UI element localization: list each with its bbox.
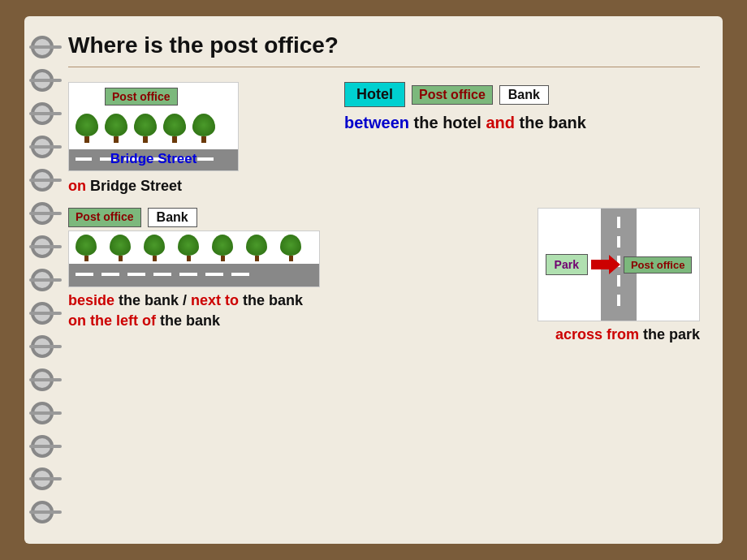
across-from-caption: across from the park (555, 326, 700, 343)
spiral-ring (31, 36, 54, 58)
bridge-street-road-label: Bridge Street (110, 151, 197, 167)
road-scene-bottom (68, 230, 320, 287)
btree-7 (280, 235, 301, 261)
spiral-ring (31, 467, 54, 490)
beside-rest: the bank / (114, 292, 191, 308)
bottom-section: Post office Bank (68, 208, 700, 347)
bottom-left-labels: Post office Bank (68, 208, 328, 227)
dash (76, 157, 92, 161)
tree-trunk-5 (201, 136, 206, 143)
tree-trunk-3 (143, 136, 148, 143)
vdash (617, 217, 620, 228)
vdash (617, 275, 620, 286)
on-left-of-rest: the bank (156, 312, 220, 329)
between-end: the bank (515, 114, 586, 131)
tree-top-3 (134, 114, 157, 136)
tree-top-2 (105, 114, 127, 136)
tree-trunk-2 (114, 136, 119, 143)
notebook: Where is the post office? Post office (24, 16, 723, 544)
btree-trunk-5 (221, 256, 225, 261)
beside-keyword: beside (68, 292, 114, 308)
dash-b (231, 273, 249, 276)
btree-top-4 (178, 235, 199, 256)
tree-top-5 (192, 114, 215, 136)
bank-label-bottom: Bank (148, 208, 197, 227)
page-title: Where is the post office? (68, 32, 700, 58)
spiral-ring (31, 169, 54, 192)
park-label: Park (546, 254, 588, 275)
btree-trunk-3 (153, 256, 157, 261)
btree-trunk-2 (119, 256, 123, 261)
vdash (617, 236, 620, 248)
and-keyword: and (486, 114, 515, 131)
top-left-section: Post office (68, 82, 328, 195)
bottom-left-section: Post office Bank (68, 208, 328, 347)
tree-3 (134, 114, 157, 143)
spiral-ring (31, 302, 54, 325)
on-bridge-street-caption: on Bridge Street (68, 178, 328, 195)
road-bottom (69, 264, 319, 286)
tree-4 (163, 114, 186, 143)
main-content: Where is the post office? Post office (60, 16, 723, 544)
postoffice-label-bottom: Post office (68, 208, 141, 227)
between-mid: the hotel (409, 114, 486, 131)
dash (197, 157, 214, 161)
spiral-binding (24, 16, 60, 544)
dash-b (127, 273, 145, 276)
crossroad-scene: Park Post office (538, 208, 700, 321)
spiral-ring (31, 202, 54, 225)
btree-top-6 (246, 235, 267, 256)
divider-line (68, 67, 700, 67)
bridge-street-text: Bridge Street (86, 178, 182, 194)
on-left-of-keyword: on the left of (68, 312, 156, 329)
btree-4 (178, 235, 199, 261)
tree-5 (192, 114, 215, 143)
bridge-street-scene: Post office (68, 82, 239, 171)
svg-marker-0 (591, 255, 620, 274)
next-to-rest: the bank (239, 292, 303, 308)
postoffice-tag-bridge: Post office (105, 88, 178, 106)
btree-top-1 (76, 235, 97, 256)
spiral-ring (31, 501, 54, 523)
btree-trunk-6 (255, 256, 259, 261)
btree-trunk-7 (289, 256, 293, 261)
dash-b (179, 273, 197, 276)
dash-b (205, 273, 223, 276)
spiral-ring (31, 435, 54, 458)
across-from-rest: the park (639, 326, 700, 342)
spiral-ring (31, 235, 54, 258)
spiral-ring (31, 368, 54, 391)
tree-top-1 (76, 114, 98, 136)
park-postoffice-row: Park Post office (538, 254, 699, 275)
btree-top-3 (144, 235, 165, 256)
next-to-keyword: next to (191, 292, 239, 308)
postoffice-label-bridge: Post office (105, 88, 178, 106)
btree-top-7 (280, 235, 301, 256)
beside-caption: beside the bank / next to the bank (68, 292, 328, 309)
tree-trunk-1 (84, 136, 89, 143)
bottom-right-section: Park Post office across from the park (344, 208, 700, 347)
top-right-section: Hotel Post office Bank between the hotel… (344, 82, 700, 195)
spiral-ring (31, 402, 54, 424)
btree-trunk-1 (84, 256, 89, 261)
tree-2 (105, 114, 127, 143)
spiral-ring (31, 136, 54, 158)
postoffice-label-between: Post office (412, 85, 493, 105)
on-keyword: on (68, 178, 86, 194)
tree-1 (76, 114, 98, 143)
btree-2 (110, 235, 131, 261)
between-labels: Hotel Post office Bank (344, 82, 700, 107)
postoffice-label-crossroad: Post office (624, 256, 692, 274)
spiral-ring (31, 102, 54, 125)
dash-b (101, 273, 119, 276)
across-from-keyword: across from (555, 326, 639, 342)
dash-b (153, 273, 171, 276)
btree-top-2 (110, 235, 131, 256)
spiral-ring (31, 335, 54, 358)
hotel-label: Hotel (344, 82, 405, 107)
tree-trunk-4 (172, 136, 177, 143)
top-section: Post office (68, 82, 700, 195)
arrow-right-icon (591, 255, 620, 274)
btree-6 (246, 235, 267, 261)
btree-5 (212, 235, 233, 261)
